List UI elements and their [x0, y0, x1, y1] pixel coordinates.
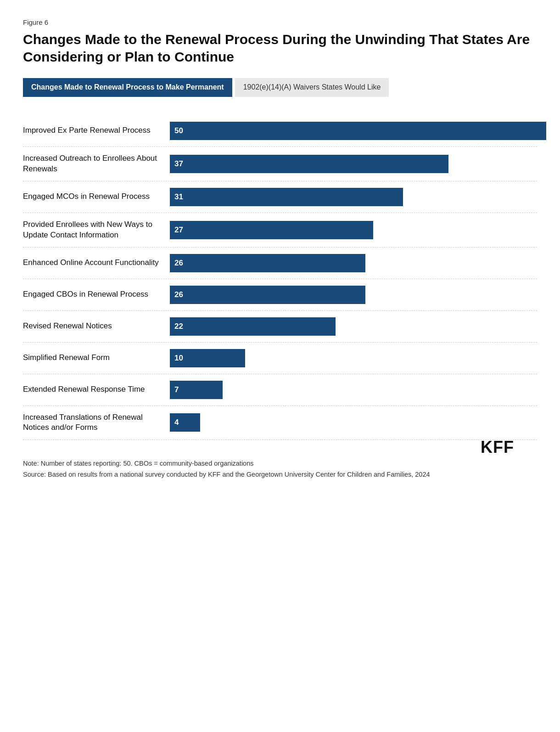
bar: 50	[170, 122, 546, 140]
figure-label: Figure 6	[23, 18, 537, 26]
bar-row: Enhanced Online Account Functionality26	[23, 248, 537, 279]
bar-container: 26	[170, 286, 537, 304]
tabs-container: Changes Made to Renewal Process to Make …	[23, 78, 537, 97]
bar-container: 7	[170, 381, 537, 399]
bar-container: 31	[170, 188, 537, 206]
note-line: Source: Based on results from a national…	[23, 469, 537, 480]
bar-label: Engaged CBOs in Renewal Process	[23, 289, 170, 300]
footer-area: Note: Number of states reporting: 50. CB…	[23, 458, 537, 479]
bar-row: Increased Outreach to Enrollees About Re…	[23, 147, 537, 181]
notes-section: Note: Number of states reporting: 50. CB…	[23, 458, 537, 479]
bar: 27	[170, 221, 373, 239]
bar-row: Provided Enrollees with New Ways to Upda…	[23, 213, 537, 248]
bar-row: Simplified Renewal Form10	[23, 343, 537, 374]
bar-value: 37	[174, 159, 183, 169]
bar-value: 22	[174, 322, 183, 331]
bar-row: Engaged MCOs in Renewal Process31	[23, 181, 537, 213]
bar-row: Improved Ex Parte Renewal Process50	[23, 115, 537, 147]
bar: 7	[170, 381, 223, 399]
bar-container: 22	[170, 317, 537, 336]
bar-row: Engaged CBOs in Renewal Process26	[23, 279, 537, 311]
bar-container: 4	[170, 413, 537, 432]
bar: 26	[170, 254, 365, 272]
bar-value: 7	[174, 385, 179, 394]
bar-label: Extended Renewal Response Time	[23, 384, 170, 395]
bar: 37	[170, 155, 448, 173]
bar-value: 4	[174, 418, 179, 427]
bar-container: 10	[170, 349, 537, 367]
bar: 4	[170, 413, 200, 432]
bar-value: 31	[174, 192, 183, 202]
bar-value: 10	[174, 354, 183, 363]
bar-label: Improved Ex Parte Renewal Process	[23, 125, 170, 136]
tab-waivers[interactable]: 1902(e)(14)(A) Waivers States Would Like	[235, 78, 389, 97]
kff-logo: KFF	[481, 438, 514, 457]
bar-value: 26	[174, 259, 183, 268]
bar-label: Engaged MCOs in Renewal Process	[23, 191, 170, 202]
bar-row: Extended Renewal Response Time7	[23, 374, 537, 406]
bar-label: Simplified Renewal Form	[23, 353, 170, 363]
bar-value: 26	[174, 290, 183, 299]
bar-label: Provided Enrollees with New Ways to Upda…	[23, 220, 170, 241]
bar-value: 50	[174, 126, 183, 135]
bar-row: Increased Translations of Renewal Notice…	[23, 406, 537, 440]
bar-container: 26	[170, 254, 537, 272]
bar: 22	[170, 317, 336, 336]
bar-label: Revised Renewal Notices	[23, 321, 170, 332]
bar: 10	[170, 349, 245, 367]
note-line: Note: Number of states reporting: 50. CB…	[23, 458, 537, 469]
chart-area: Improved Ex Parte Renewal Process50Incre…	[23, 115, 537, 440]
bar: 31	[170, 188, 403, 206]
bar-container: 50	[170, 122, 546, 140]
bar-label: Enhanced Online Account Functionality	[23, 258, 170, 268]
bar: 26	[170, 286, 365, 304]
bar-row: Revised Renewal Notices22	[23, 311, 537, 343]
bar-container: 27	[170, 221, 537, 239]
chart-title: Changes Made to the Renewal Process Duri…	[23, 31, 537, 65]
tab-changes[interactable]: Changes Made to Renewal Process to Make …	[23, 78, 232, 97]
bar-label: Increased Outreach to Enrollees About Re…	[23, 153, 170, 175]
bar-value: 27	[174, 225, 183, 235]
bar-container: 37	[170, 155, 537, 173]
bar-label: Increased Translations of Renewal Notice…	[23, 412, 170, 434]
